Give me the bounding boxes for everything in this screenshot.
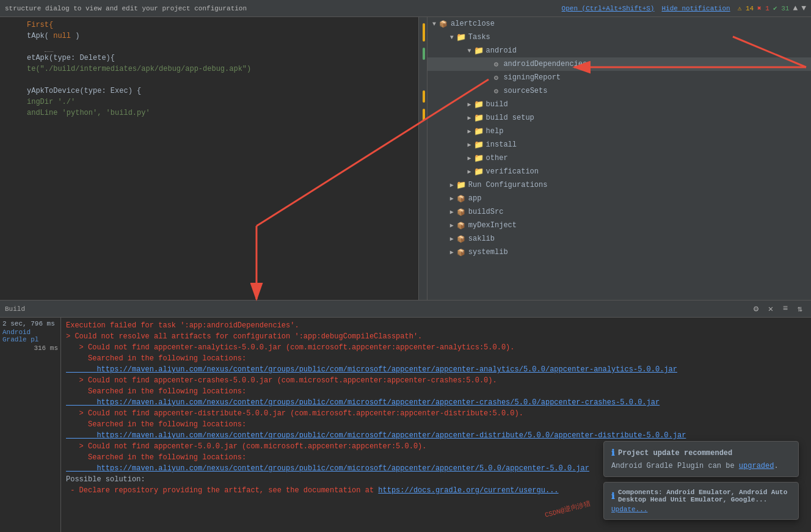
tree-arrow-other: ▶: [465, 155, 474, 162]
main-area: First{ tApk( null ) etApk(type: Delete){: [0, 17, 811, 317]
log-line: Execution failed for task ':app:androidD…: [66, 320, 806, 331]
tree-arrow-tasks: ▼: [448, 34, 456, 41]
editor-line: tApk( null ): [0, 31, 427, 42]
log-line: https://maven.aliyun.com/nexus/content/g…: [66, 430, 806, 441]
warning-badge: ⚠ 14: [738, 4, 754, 12]
folder-icon: 📁: [474, 46, 484, 56]
tree-label-alertclose: alertclose: [451, 20, 495, 28]
folder-icon: 📁: [474, 113, 484, 123]
tree-arrow-install: ▶: [465, 141, 474, 148]
log-url-link[interactable]: https://maven.aliyun.com/nexus/content/g…: [66, 464, 589, 473]
tree-item-buildsetup[interactable]: ▶📁build setup: [427, 111, 811, 125]
tree-item-tasks[interactable]: ▼📁Tasks: [427, 31, 811, 44]
log-url-link[interactable]: https://maven.aliyun.com/nexus/content/g…: [66, 431, 686, 440]
build-duration: 316 ms: [2, 344, 58, 352]
tree-label-buildsetup: build setup: [486, 114, 534, 122]
module-icon: 📦: [456, 207, 466, 217]
close-bottom-icon[interactable]: ✕: [765, 304, 777, 314]
module-icon: 📦: [456, 234, 466, 244]
tree-item-myDexInject[interactable]: ▶📦myDexInject: [427, 219, 811, 232]
tree-label-myDexInject: myDexInject: [468, 221, 517, 230]
filter-icon[interactable]: ≡: [779, 304, 791, 314]
tree-label-saklib: saklib: [468, 235, 495, 243]
editor-panel: First{ tApk( null ) etApk(type: Delete){: [0, 17, 427, 317]
hide-notification-link[interactable]: Hide notification: [661, 5, 730, 12]
error-badge: ✖ 1: [757, 4, 769, 12]
tree-item-sourceSets[interactable]: ⚙sourceSets: [427, 84, 811, 98]
top-bar-description: structure dialog to view and edit your p…: [5, 5, 562, 12]
upgrade-link[interactable]: upgraded: [739, 462, 774, 470]
folder-icon: 📁: [456, 180, 466, 190]
tree-label-app: app: [468, 194, 482, 203]
tree-item-build[interactable]: ▶📁build: [427, 98, 811, 111]
tree-label-verification: verification: [486, 167, 539, 176]
tree-item-buildSrc[interactable]: ▶📦buildSrc: [427, 205, 811, 219]
tree-content: ▼📦alertclose ▼📁Tasks ▼📁android ⚙androidD…: [427, 17, 811, 317]
collapse-icon[interactable]: ▼: [801, 4, 806, 13]
tree-arrow-runconfigurations: ▶: [448, 181, 456, 189]
log-url-link[interactable]: https://maven.aliyun.com/nexus/content/g…: [66, 398, 660, 407]
top-bar-icons: ⚠ 14 ✖ 1 ✔ 31 ▲ ▼: [738, 4, 806, 13]
editor-line: andLine 'python', 'build.py': [0, 107, 427, 118]
ok-badge: ✔ 31: [773, 4, 789, 12]
tree-label-signingReport: signingReport: [503, 73, 561, 82]
tree-label-build: build: [486, 100, 508, 109]
tree-item-systemlib[interactable]: ▶📦systemlib: [427, 246, 811, 259]
editor-line: etApk(type: Delete){: [0, 53, 427, 64]
log-line: Searched in the following locations:: [66, 419, 806, 430]
sort-icon[interactable]: ⇅: [794, 304, 806, 314]
log-url-link[interactable]: https://maven.aliyun.com/nexus/content/g…: [66, 365, 677, 374]
tree-item-verification[interactable]: ▶📁verification: [427, 165, 811, 178]
tree-arrow-verification: ▶: [465, 168, 474, 175]
top-bar: structure dialog to view and edit your p…: [0, 0, 811, 17]
open-structure-link[interactable]: Open (Ctrl+Alt+Shift+S): [562, 5, 655, 12]
notif-body-1: Android Gradle Plugin can be upgraded.: [611, 462, 791, 470]
notif-title-1: ℹ Project update recommended: [611, 448, 791, 458]
tree-item-other[interactable]: ▶📁other: [427, 151, 811, 165]
tree-item-install[interactable]: ▶📁install: [427, 138, 811, 151]
settings-icon[interactable]: ⚙: [750, 304, 762, 314]
tree-item-android[interactable]: ▼📁android: [427, 44, 811, 57]
module-icon: 📦: [438, 19, 448, 29]
tree-arrow-app: ▶: [448, 195, 456, 202]
tree-item-saklib[interactable]: ▶📦saklib: [427, 232, 811, 246]
log-url-link[interactable]: https://docs.gradle.org/current/usergu..…: [378, 486, 558, 495]
update-link[interactable]: Update...: [611, 506, 791, 513]
build-label: Build: [5, 305, 25, 313]
tree-label-android: android: [486, 46, 517, 55]
tree-item-runconfigurations[interactable]: ▶📁Run Configurations: [427, 178, 811, 192]
folder-icon: 📁: [474, 140, 484, 150]
tree-item-app[interactable]: ▶📦app: [427, 192, 811, 205]
build-task: Android Gradle pl: [2, 329, 58, 343]
top-bar-links: Open (Ctrl+Alt+Shift+S) Hide notificatio…: [562, 5, 730, 12]
tree-arrow-buildsetup: ▶: [465, 114, 474, 122]
notif-info-icon-2: ℹ: [611, 491, 614, 501]
tree-item-androidDependencies[interactable]: ⚙androidDependencies: [427, 57, 811, 71]
log-line: https://maven.aliyun.com/nexus/content/g…: [66, 397, 806, 408]
tree-arrow-help: ▶: [465, 128, 474, 135]
editor-line: te("./build/intermediates/apk/debug/app-…: [0, 64, 427, 75]
build-info-sidebar: 2 sec, 796 ms Android Gradle pl 316 ms: [0, 318, 61, 532]
editor-line: First{: [0, 20, 427, 31]
tree-item-help[interactable]: ▶📁help: [427, 125, 811, 138]
log-line: > Could not find appcenter-analytics-5.0…: [66, 342, 806, 353]
toolbar-actions: ⚙ ✕ ≡ ⇅: [750, 304, 806, 314]
tree-panel: ▼📦alertclose ▼📁Tasks ▼📁android ⚙androidD…: [427, 17, 811, 317]
expand-icon[interactable]: ▲: [793, 4, 798, 13]
folder-icon: 📁: [456, 32, 466, 42]
notif-title-2: ℹ Components: Android Emulator, Android …: [611, 489, 791, 503]
tree-arrow-android: ▼: [465, 48, 474, 54]
tree-label-sourceSets: sourceSets: [503, 87, 547, 95]
tree-item-alertclose[interactable]: ▼📦alertclose: [427, 17, 811, 31]
tree-item-signingReport[interactable]: ⚙signingReport: [427, 71, 811, 84]
module-icon: 📦: [456, 247, 466, 257]
tree-arrow-myDexInject: ▶: [448, 222, 456, 229]
bottom-toolbar: Build ⚙ ✕ ≡ ⇅: [0, 301, 811, 318]
editor-line: yApkToDevice(type: Exec) {: [0, 86, 427, 97]
tree-label-tasks: Tasks: [468, 33, 490, 42]
folder-icon: 📁: [474, 153, 484, 163]
tree-arrow-build: ▶: [465, 101, 474, 108]
log-line: Searched in the following locations:: [66, 386, 806, 397]
tree-arrow-saklib: ▶: [448, 235, 456, 242]
editor-content: First{ tApk( null ) etApk(type: Delete){: [0, 17, 427, 317]
